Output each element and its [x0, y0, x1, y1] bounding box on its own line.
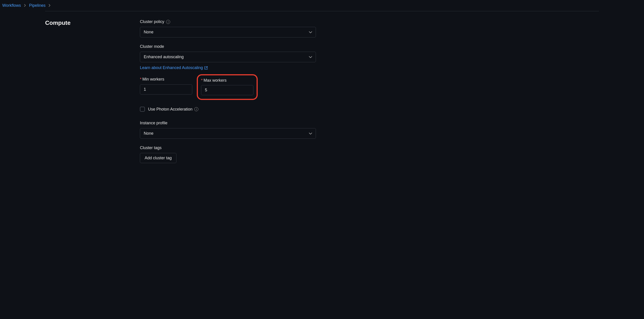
photon-row: Use Photon Acceleration i: [140, 107, 316, 112]
instance-profile-field: Instance profile None: [140, 121, 316, 139]
min-workers-field: *Min workers: [140, 77, 192, 100]
cluster-tags-field: Cluster tags Add cluster tag: [140, 146, 316, 163]
breadcrumb: Workflows Pipelines: [0, 0, 644, 11]
instance-profile-select[interactable]: None: [140, 128, 316, 139]
breadcrumb-pipelines[interactable]: Pipelines: [29, 3, 46, 8]
max-workers-field: *Max workers: [201, 78, 254, 95]
cluster-mode-field: Cluster mode Enhanced autoscaling Learn …: [140, 44, 316, 70]
cluster-mode-label: Cluster mode: [140, 44, 164, 49]
cluster-policy-label: Cluster policy: [140, 20, 164, 24]
photon-checkbox[interactable]: [140, 107, 145, 112]
cluster-policy-field: Cluster policy i None: [140, 20, 316, 38]
enhanced-autoscaling-link-text: Learn about Enhanced Autoscaling: [140, 66, 203, 70]
min-workers-input[interactable]: [140, 84, 192, 94]
cluster-mode-value: Enhanced autoscaling: [144, 54, 184, 59]
cluster-tags-label: Cluster tags: [140, 146, 162, 150]
max-workers-highlight: *Max workers: [197, 74, 258, 100]
info-icon[interactable]: i: [194, 107, 198, 111]
instance-profile-value: None: [144, 131, 154, 136]
chevron-down-icon: [309, 54, 312, 59]
info-icon[interactable]: i: [166, 20, 170, 24]
max-workers-label: Max workers: [204, 78, 226, 82]
cluster-policy-select[interactable]: None: [140, 27, 316, 38]
min-workers-label: Min workers: [142, 77, 164, 82]
chevron-down-icon: [309, 30, 312, 34]
enhanced-autoscaling-link[interactable]: Learn about Enhanced Autoscaling: [140, 66, 208, 70]
chevron-down-icon: [309, 131, 312, 136]
divider: [45, 11, 599, 11]
photon-label: Use Photon Acceleration: [148, 107, 192, 112]
breadcrumb-workflows[interactable]: Workflows: [2, 3, 21, 8]
external-link-icon: [204, 66, 208, 70]
required-indicator: *: [201, 78, 203, 82]
max-workers-input[interactable]: [201, 85, 254, 95]
add-cluster-tag-button[interactable]: Add cluster tag: [140, 153, 176, 163]
instance-profile-label: Instance profile: [140, 121, 168, 126]
section-title: Compute: [45, 20, 131, 26]
chevron-right-icon: [24, 4, 26, 8]
required-indicator: *: [140, 77, 142, 82]
cluster-mode-select[interactable]: Enhanced autoscaling: [140, 52, 316, 62]
chevron-right-icon: [49, 4, 50, 8]
cluster-policy-value: None: [144, 30, 154, 34]
